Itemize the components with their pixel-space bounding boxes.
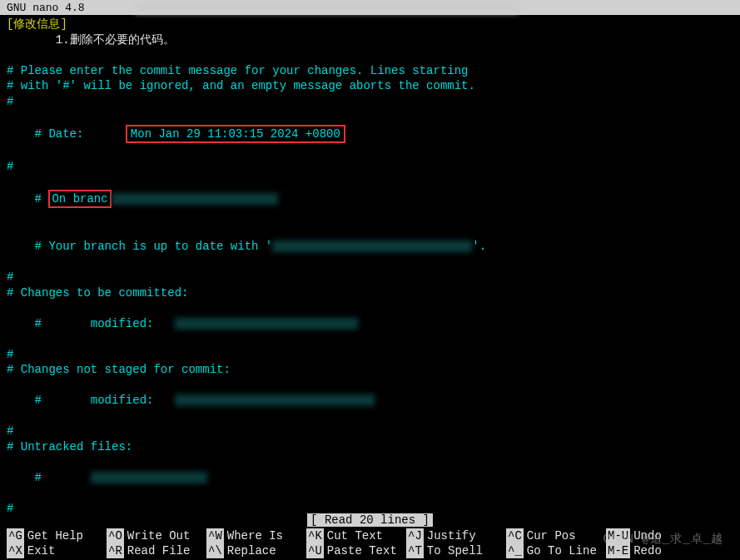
file-path-blur bbox=[91, 472, 207, 483]
shortcut-label: Get Help bbox=[27, 528, 83, 543]
shortcut-key: ^G bbox=[7, 528, 24, 543]
shortcut-key: ^U bbox=[306, 543, 324, 558]
comment-blank: # bbox=[7, 424, 733, 439]
branch-prefix: # bbox=[35, 192, 49, 206]
uptodate-suffix: '. bbox=[472, 240, 486, 253]
shortcut-item[interactable]: ^GGet Help bbox=[7, 528, 107, 543]
shortcut-key: ^T bbox=[406, 543, 424, 558]
shortcut-item[interactable]: ^JJustify bbox=[406, 528, 506, 543]
modified-line-2: # modified: bbox=[7, 378, 733, 424]
date-value: Mon Jan 29 11:03:15 2024 +0800 bbox=[131, 127, 340, 141]
comment-instruction-2: # with '#' will be ignored, and an empty… bbox=[7, 78, 733, 94]
shortcut-label: Cut Text bbox=[327, 528, 383, 543]
untracked-item: # bbox=[7, 454, 733, 501]
branch-name-blur bbox=[112, 193, 278, 205]
comment-blank: # bbox=[7, 159, 733, 175]
shortcut-label: Paste Text bbox=[327, 543, 397, 558]
shortcut-item[interactable]: ^UPaste Text bbox=[306, 543, 406, 558]
shortcut-key: ^_ bbox=[506, 543, 524, 558]
shortcut-label: Exit bbox=[27, 543, 56, 558]
shortcut-label: Where Is bbox=[227, 528, 283, 543]
shortcut-key: ^J bbox=[406, 528, 424, 543]
shortcut-item[interactable]: ^WWhere Is bbox=[206, 528, 306, 543]
uptodate-prefix: # Your branch is up to date with ' bbox=[35, 240, 273, 253]
shortcut-key: ^K bbox=[306, 528, 324, 543]
comment-blank: # bbox=[7, 347, 733, 363]
modified-prefix: # modified: bbox=[35, 317, 175, 330]
commit-header: [修改信息] bbox=[7, 17, 733, 32]
comment-blank: # bbox=[7, 270, 733, 285]
watermark: CSDN @追_求_卓_越 bbox=[603, 532, 723, 547]
branch-line: # On branc bbox=[7, 174, 733, 224]
remote-name-blur bbox=[272, 240, 472, 252]
editor-content[interactable]: [修改信息] 1.删除不必要的代码。 # Please enter the co… bbox=[0, 15, 740, 518]
shortcut-item[interactable]: ^OWrite Out bbox=[107, 528, 206, 543]
date-line: # Date: Mon Jan 29 11:03:15 2024 +0800 bbox=[7, 109, 733, 159]
on-branc-text: On branc bbox=[52, 192, 107, 206]
shortcut-item[interactable]: ^XExit bbox=[7, 543, 107, 558]
comment-instruction-1: # Please enter the commit message for yo… bbox=[7, 63, 733, 79]
shortcut-label: Justify bbox=[427, 528, 476, 543]
shortcut-label: Cur Pos bbox=[527, 528, 576, 543]
shortcut-key: ^R bbox=[107, 543, 124, 558]
date-label: # Date: bbox=[35, 127, 126, 141]
status-text: [ Read 20 lines ] bbox=[307, 513, 433, 527]
branch-highlight-box: On branc bbox=[48, 190, 111, 209]
shortcut-key: ^O bbox=[107, 528, 124, 543]
date-highlight-box: Mon Jan 29 11:03:15 2024 +0800 bbox=[126, 125, 345, 144]
shortcut-item[interactable]: ^CCur Pos bbox=[506, 528, 606, 543]
changes-not-staged-header: # Changes not staged for commit: bbox=[7, 362, 733, 378]
file-path-blur bbox=[175, 394, 375, 406]
modified-prefix: # modified: bbox=[35, 394, 175, 407]
shortcut-item[interactable]: ^_Go To Line bbox=[506, 543, 606, 558]
shortcut-item[interactable]: ^RRead File bbox=[107, 543, 206, 558]
shortcut-label: To Spell bbox=[427, 543, 483, 558]
shortcut-key: ^C bbox=[506, 528, 524, 543]
shortcut-item[interactable]: ^\Replace bbox=[206, 543, 306, 558]
untracked-prefix: # bbox=[35, 471, 91, 484]
shortcut-key: ^W bbox=[206, 528, 224, 543]
title-bar: GNU nano 4.8 bbox=[0, 0, 740, 15]
status-bar: [ Read 20 lines ] bbox=[0, 513, 740, 527]
shortcut-label: Replace bbox=[227, 543, 276, 558]
untracked-header: # Untracked files: bbox=[7, 439, 733, 455]
shortcut-key: ^X bbox=[7, 543, 24, 558]
shortcut-label: Go To Line bbox=[527, 543, 597, 558]
changes-committed-header: # Changes to be committed: bbox=[7, 285, 733, 301]
file-path-blur bbox=[175, 318, 358, 330]
modified-line-1: # modified: bbox=[7, 300, 733, 347]
title-filename-blur bbox=[135, 2, 518, 13]
shortcut-item[interactable]: ^TTo Spell bbox=[406, 543, 506, 558]
app-title: GNU nano 4.8 bbox=[7, 2, 85, 14]
shortcut-label: Read File bbox=[127, 543, 191, 558]
uptodate-line: # Your branch is up to date with ''. bbox=[7, 224, 733, 270]
commit-body-line: 1.删除不必要的代码。 bbox=[7, 32, 733, 48]
shortcut-label: Write Out bbox=[127, 528, 191, 543]
comment-blank: # bbox=[7, 94, 733, 110]
blank-line bbox=[7, 47, 733, 63]
shortcut-key: ^\ bbox=[206, 543, 224, 558]
shortcut-item[interactable]: ^KCut Text bbox=[306, 528, 406, 543]
